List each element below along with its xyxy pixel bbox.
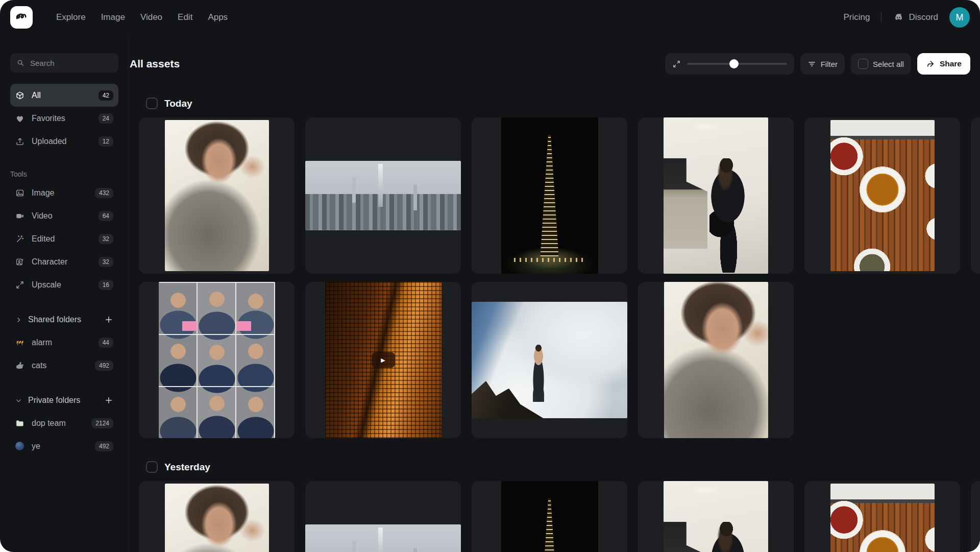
filter-button[interactable]: Filter xyxy=(800,53,845,75)
sidebar-item-label: Video xyxy=(32,211,53,221)
app-window: ExploreImageVideoEditApps Pricing Discor… xyxy=(0,0,980,552)
page-title: All assets xyxy=(130,58,180,70)
top-nav: ExploreImageVideoEditApps xyxy=(56,12,228,22)
sidebar-item-character[interactable]: Character32 xyxy=(10,250,118,273)
count-badge: 24 xyxy=(99,113,113,124)
divider xyxy=(881,12,881,22)
tools-list: Image432Video64Edited32Character32Upscal… xyxy=(0,181,128,296)
asset-card-selfie-on-bed[interactable] xyxy=(139,481,295,552)
count-badge: 16 xyxy=(99,280,113,290)
discord-label: Discord xyxy=(909,12,938,22)
sidebar-item-image[interactable]: Image432 xyxy=(10,181,118,204)
asset-card-city-skyline[interactable] xyxy=(305,481,461,552)
pricing-link[interactable]: Pricing xyxy=(843,12,870,22)
nav-item-apps[interactable]: Apps xyxy=(208,12,228,22)
sidebar-item-upscale[interactable]: Upscale16 xyxy=(10,273,118,296)
sidebar-item-cats[interactable]: cats492 xyxy=(10,354,118,377)
sidebar-item-all[interactable]: All42 xyxy=(10,84,118,107)
asset-thumbnail xyxy=(664,481,768,552)
section-header: Today xyxy=(146,98,980,109)
asset-card-selfie-closeup[interactable] xyxy=(638,282,794,438)
asset-thumbnail xyxy=(472,302,627,418)
section-checkbox[interactable] xyxy=(146,461,158,473)
share-button[interactable]: Share xyxy=(917,53,970,75)
sidebar-item-video[interactable]: Video64 xyxy=(10,204,118,227)
shared-folders-list: alarm44cats492 xyxy=(0,331,128,377)
cat-icon xyxy=(15,361,24,370)
section-header: Yesterday xyxy=(146,461,980,473)
section-checkbox[interactable] xyxy=(146,98,158,109)
sidebar-item-dop-team[interactable]: dop team2124 xyxy=(10,412,118,435)
sidebar-item-edited[interactable]: Edited32 xyxy=(10,227,118,250)
asset-thumbnail xyxy=(165,120,269,271)
asset-card-tea-ceremony[interactable] xyxy=(804,117,960,274)
chevron-down-icon[interactable] xyxy=(15,397,22,404)
nav-item-explore[interactable]: Explore xyxy=(56,12,86,22)
sidebar-item-label: Image xyxy=(32,188,54,198)
image-icon xyxy=(15,188,24,198)
select-all-button[interactable]: Select all xyxy=(851,53,911,75)
blue-sphere-icon xyxy=(15,442,24,451)
share-icon xyxy=(926,59,935,68)
heart-icon xyxy=(15,114,24,123)
top-right-cluster: Pricing Discord M xyxy=(843,7,970,28)
nav-item-edit[interactable]: Edit xyxy=(178,12,192,22)
asset-card-partially-visible-asset[interactable] xyxy=(971,481,980,552)
discord-link[interactable]: Discord xyxy=(893,12,938,23)
asset-row xyxy=(139,481,980,552)
user-avatar[interactable]: M xyxy=(949,7,970,28)
asset-card-night-skyscraper[interactable] xyxy=(472,117,627,274)
asset-card-glass-building-video[interactable]: ▶ xyxy=(305,282,461,438)
chevron-right-icon[interactable] xyxy=(15,317,22,323)
shared-folders-label[interactable]: Shared folders xyxy=(28,315,81,324)
nav-item-image[interactable]: Image xyxy=(101,12,125,22)
zoom-slider-thumb[interactable] xyxy=(729,59,739,68)
cube-icon xyxy=(15,91,24,100)
sidebar-item-uploaded[interactable]: Uploaded12 xyxy=(10,130,118,153)
asset-thumbnail xyxy=(664,117,768,274)
search-box[interactable] xyxy=(10,53,118,73)
count-badge: 32 xyxy=(99,257,113,267)
asset-card-partially-visible-asset[interactable] xyxy=(971,117,980,274)
construction-barrier-icon xyxy=(15,338,24,347)
asset-card-selfie-on-bed[interactable] xyxy=(139,117,295,274)
expand-icon[interactable] xyxy=(672,60,681,68)
asset-card-woman-on-cliff[interactable] xyxy=(472,282,627,438)
private-folders-list: dop team2124ye492 xyxy=(0,412,128,458)
asset-row: ▶ xyxy=(139,282,980,438)
asset-thumbnail xyxy=(159,282,275,438)
character-icon xyxy=(15,257,24,267)
select-all-checkbox[interactable] xyxy=(858,59,868,69)
asset-thumbnail xyxy=(165,484,269,552)
library-list: All42Favorites24Uploaded12 xyxy=(0,84,128,153)
sidebar-item-alarm[interactable]: alarm44 xyxy=(10,331,118,354)
thumbnail-zoom-panel xyxy=(665,53,794,75)
asset-card-city-skyline[interactable] xyxy=(305,117,461,274)
nav-item-video[interactable]: Video xyxy=(140,12,162,22)
asset-card-woman-in-kitchen[interactable] xyxy=(638,481,794,552)
add-shared-folder-button[interactable] xyxy=(104,315,113,324)
asset-thumbnail xyxy=(305,161,461,230)
zoom-slider[interactable] xyxy=(687,63,787,65)
asset-card-headshot-grid[interactable] xyxy=(139,282,295,438)
count-badge: 2124 xyxy=(91,418,113,428)
count-badge: 44 xyxy=(99,338,113,348)
add-private-folder-button[interactable] xyxy=(104,396,113,405)
app-logo[interactable] xyxy=(10,6,33,29)
sidebar-item-label: Upscale xyxy=(32,280,61,290)
count-badge: 492 xyxy=(95,361,113,371)
asset-card-woman-in-kitchen[interactable] xyxy=(638,117,794,274)
asset-thumbnail xyxy=(664,282,768,438)
assets-area: Today▶Yesterday xyxy=(129,98,980,552)
asset-card-tea-ceremony[interactable] xyxy=(804,481,960,552)
filter-label: Filter xyxy=(821,60,838,68)
asset-card-night-skyscraper[interactable] xyxy=(472,481,627,552)
play-overlay-icon: ▶ xyxy=(372,352,395,368)
sidebar-item-favorites[interactable]: Favorites24 xyxy=(10,107,118,130)
upload-icon xyxy=(15,137,24,146)
top-bar: ExploreImageVideoEditApps Pricing Discor… xyxy=(0,0,980,35)
discord-icon xyxy=(893,12,904,23)
search-input[interactable] xyxy=(29,58,112,68)
private-folders-label[interactable]: Private folders xyxy=(28,396,80,405)
sidebar-item-ye[interactable]: ye492 xyxy=(10,435,118,458)
